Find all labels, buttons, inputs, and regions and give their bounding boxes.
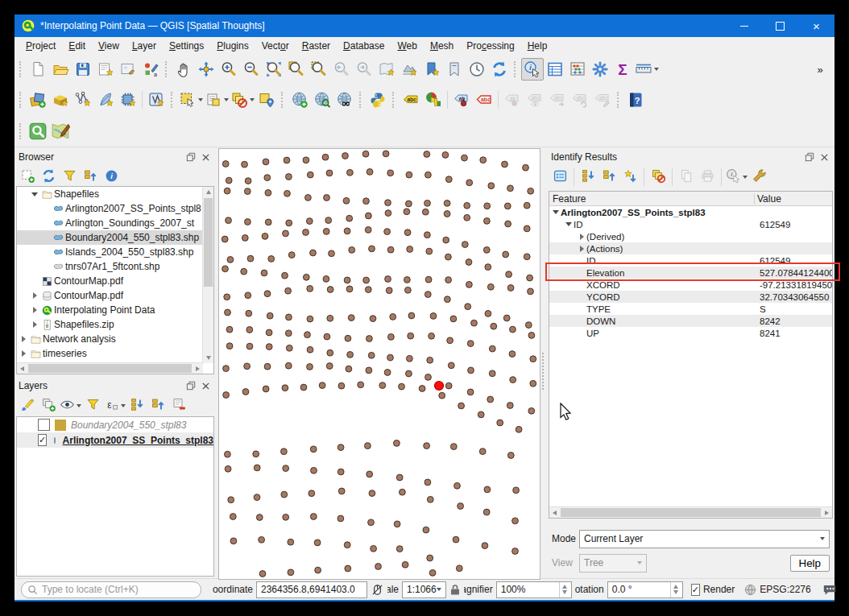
scroll-thumb[interactable]: [561, 508, 821, 517]
identify-horizontal-scrollbar[interactable]: [549, 506, 832, 518]
metasearch-add-wms-button[interactable]: [288, 89, 311, 111]
identify-close-button[interactable]: [818, 151, 830, 163]
new-temporary-scratch-layer-button[interactable]: [94, 89, 117, 111]
browser-tree-item[interactable]: Arlington2007_SS_Points_stpl8: [17, 201, 203, 216]
menu-settings[interactable]: Settings: [163, 38, 210, 54]
show-spatial-bookmarks-button[interactable]: [443, 58, 466, 81]
rotate-label-button[interactable]: abc: [569, 89, 591, 111]
layer-visibility-checkbox[interactable]: [38, 419, 50, 431]
expand-arrow-icon[interactable]: [19, 336, 28, 342]
new-virtual-layer-button[interactable]: [145, 89, 168, 111]
collapse-tree-button[interactable]: [599, 167, 619, 187]
zoom-out-button[interactable]: [240, 58, 263, 81]
close-button[interactable]: ×: [798, 14, 835, 37]
identify-result-row[interactable]: DOWN8242: [549, 315, 832, 327]
new-map-view-button[interactable]: [375, 58, 398, 81]
new-print-layout-button[interactable]: [94, 58, 117, 81]
identify-result-row[interactable]: Arlington2007_SS_Points_stpl83: [549, 206, 832, 218]
coordinate-input[interactable]: 2364356.8,6941403.0: [256, 581, 367, 598]
dropdown-caret-icon[interactable]: [224, 98, 229, 101]
browser-tree-item[interactable]: ContourMap.pdf: [17, 288, 203, 303]
scroll-thumb[interactable]: [204, 198, 213, 287]
collapse-all-button[interactable]: [81, 167, 100, 187]
layers-float-button[interactable]: [184, 380, 197, 392]
menu-database[interactable]: Database: [337, 38, 391, 54]
panel-splitter[interactable]: [540, 147, 547, 578]
identify-settings-button[interactable]: [749, 167, 768, 187]
browser-tree-item[interactable]: Arlington_Soundings_2007_st: [17, 216, 203, 230]
layers-close-button[interactable]: [199, 380, 212, 392]
lock-scale-icon[interactable]: [449, 584, 461, 596]
browser-tree-item[interactable]: Shapefiles: [17, 187, 203, 201]
metasearch-button[interactable]: [333, 89, 356, 111]
browser-tree-item[interactable]: tnrs07Ar1_5ftcont.shp: [17, 259, 203, 274]
processing-toolbox-button[interactable]: [589, 58, 611, 81]
zoom-next-button[interactable]: [353, 58, 375, 81]
filter-browser-button[interactable]: [60, 167, 79, 187]
identify-form-view-button[interactable]: [550, 167, 569, 187]
dropdown-caret-icon[interactable]: [250, 98, 255, 101]
open-project-button[interactable]: [49, 58, 72, 81]
expand-arrow-icon[interactable]: [30, 307, 39, 313]
new-project-button[interactable]: [27, 58, 49, 81]
zoom-to-layer-button[interactable]: [285, 58, 308, 81]
collapse-arrow-icon[interactable]: [30, 192, 39, 196]
zoom-last-button[interactable]: [330, 58, 353, 81]
expand-arrow-icon[interactable]: [19, 350, 28, 357]
show-hide-labels-button[interactable]: abc: [524, 89, 546, 111]
show-statistics-button[interactable]: Σ: [611, 58, 634, 81]
clear-results-button[interactable]: [648, 167, 668, 187]
scroll-up-arrow[interactable]: [203, 187, 213, 197]
browser-tree-item[interactable]: Network analysis: [17, 332, 203, 346]
scroll-right-arrow[interactable]: [193, 363, 203, 374]
open-layer-styling-button[interactable]: [18, 396, 37, 415]
filter-by-expression-button[interactable]: ε: [104, 396, 126, 415]
deselect-features-button[interactable]: [230, 89, 255, 111]
pin-labels-button[interactable]: ab: [450, 89, 473, 111]
measure-line-button[interactable]: [634, 58, 660, 81]
manage-map-themes-button[interactable]: [60, 396, 81, 415]
layer-labeling-options-button[interactable]: abc: [400, 89, 422, 111]
dropdown-caret-icon[interactable]: [654, 68, 659, 71]
add-group-button[interactable]: [39, 396, 58, 415]
highlight-pinned-labels-button[interactable]: abc: [473, 89, 495, 111]
browser-vertical-scrollbar[interactable]: [202, 187, 213, 363]
filter-legend-button[interactable]: [83, 396, 102, 415]
menu-raster[interactable]: Raster: [296, 38, 337, 54]
identify-result-row[interactable]: (Actions): [549, 242, 832, 254]
help-contents-button[interactable]: ?: [624, 89, 647, 111]
zoom-full-button[interactable]: [263, 58, 285, 81]
open-data-source-manager-button[interactable]: [27, 89, 49, 111]
statistical-summary-button[interactable]: [566, 58, 589, 81]
new-shapefile-layer-button[interactable]: [72, 89, 94, 111]
add-selected-layers-button[interactable]: [18, 167, 37, 187]
maximize-button[interactable]: [762, 14, 798, 37]
dropdown-caret-icon[interactable]: [121, 404, 126, 407]
menu-help[interactable]: Help: [521, 38, 554, 54]
menu-web[interactable]: Web: [391, 38, 423, 54]
temporal-controller-button[interactable]: [466, 58, 488, 81]
identify-result-row[interactable]: UP8241: [549, 327, 832, 339]
help-button[interactable]: Help: [790, 555, 830, 572]
identify-view-combobox[interactable]: Tree: [579, 554, 647, 573]
collapse-arrow-icon[interactable]: [564, 222, 574, 226]
render-checkbox[interactable]: ✓: [691, 584, 700, 596]
save-project-button[interactable]: [72, 58, 94, 81]
browser-tree-item[interactable]: Islands_2004_550_stpl83.shp: [17, 245, 203, 259]
layer-diagram-options-button[interactable]: [422, 89, 445, 111]
menu-processing[interactable]: Processing: [460, 38, 520, 54]
remove-layer-button[interactable]: [169, 396, 188, 415]
menu-vector[interactable]: Vector: [255, 38, 296, 54]
refresh-map-button[interactable]: [488, 58, 511, 81]
magnifier-spinner[interactable]: 100%: [496, 581, 572, 598]
toolbar-overflow-button[interactable]: »: [809, 58, 831, 81]
new-mesh-layer-button[interactable]: [117, 89, 139, 111]
select-by-location-button[interactable]: [255, 89, 278, 111]
select-features-button[interactable]: [178, 89, 204, 111]
collapse-arrow-icon[interactable]: [551, 210, 561, 214]
menu-view[interactable]: View: [92, 38, 126, 54]
scroll-left-arrow[interactable]: [549, 507, 560, 518]
new-spatial-bookmark-button[interactable]: [420, 58, 443, 81]
browser-float-button[interactable]: [184, 151, 197, 163]
rotation-spinner[interactable]: 0.0 °: [607, 581, 683, 598]
